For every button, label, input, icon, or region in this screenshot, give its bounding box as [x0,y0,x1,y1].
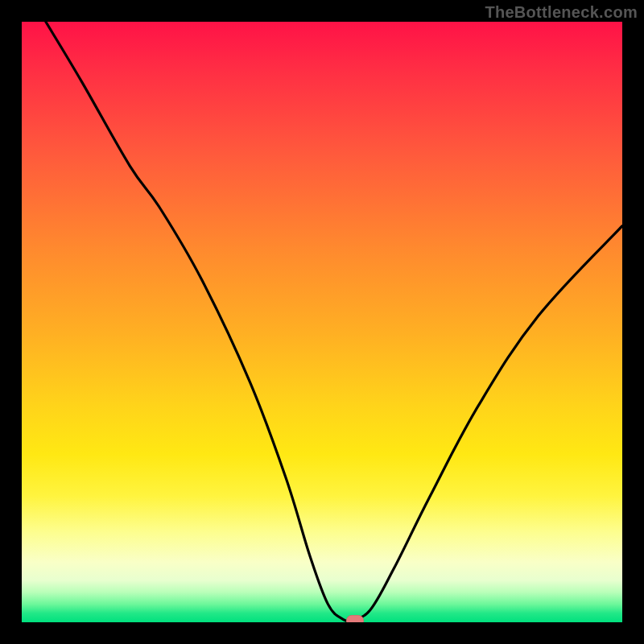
optimum-marker [346,615,364,622]
bottleneck-curve [22,22,622,622]
chart-frame: TheBottleneck.com [0,0,644,644]
watermark-text: TheBottleneck.com [485,3,638,22]
plot-area [22,22,622,622]
